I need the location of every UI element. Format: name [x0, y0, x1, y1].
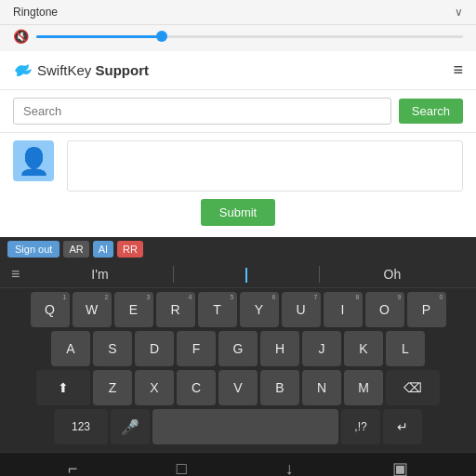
volume-slider[interactable] — [36, 35, 463, 38]
search-input[interactable] — [13, 98, 391, 125]
key-row-3: ⬆ Z X C V B N M ⌫ — [2, 370, 474, 405]
suggestion-bar: Sign out AR AI RR — [0, 237, 476, 261]
key-A[interactable]: A — [51, 331, 90, 366]
key-O[interactable]: 9O — [365, 292, 404, 327]
key-Y[interactable]: 6Y — [240, 292, 279, 327]
mute-icon: 🔇 — [13, 29, 29, 44]
key-X[interactable]: X — [135, 370, 174, 405]
key-G[interactable]: G — [218, 331, 258, 366]
shift-key[interactable]: ⬆ — [36, 370, 90, 405]
word-suggestion-center — [173, 266, 320, 282]
keyboard-menu-icon[interactable]: ≡ — [11, 266, 20, 283]
key-F[interactable]: F — [177, 331, 216, 366]
hamburger-menu-icon[interactable]: ≡ — [453, 60, 463, 80]
key-S[interactable]: S — [93, 331, 132, 366]
home-nav-button[interactable]: □ — [177, 459, 187, 477]
key-U[interactable]: 7U — [282, 292, 321, 327]
key-C[interactable]: C — [177, 370, 216, 405]
swiftkey-header: SwiftKey Support ≡ — [0, 51, 476, 90]
key-Z[interactable]: Z — [93, 370, 132, 405]
key-L[interactable]: L — [386, 331, 425, 366]
chevron-down-icon[interactable]: ∨ — [455, 6, 463, 19]
key-P[interactable]: 0P — [407, 292, 446, 327]
key-I[interactable]: 8I — [324, 292, 363, 327]
swiftkey-logo: SwiftKey Support — [13, 62, 149, 79]
recent-nav-button[interactable]: ▣ — [392, 458, 408, 476]
key-Q[interactable]: 1Q — [31, 292, 70, 327]
key-R[interactable]: 4R — [156, 292, 195, 327]
volume-row: 🔇 — [0, 25, 476, 51]
key-H[interactable]: H — [260, 331, 299, 366]
word-suggestion-left[interactable]: I'm — [27, 267, 172, 282]
chip-ar[interactable]: AR — [63, 241, 88, 258]
search-button[interactable]: Search — [399, 99, 463, 124]
key-W[interactable]: 2W — [73, 292, 112, 327]
num-key[interactable]: 123 — [54, 409, 108, 444]
key-T[interactable]: 5T — [198, 292, 237, 327]
key-row-4: 123 🎤 ,!? ↵ — [2, 409, 474, 444]
chip-ai[interactable]: AI — [93, 241, 113, 258]
volume-fill — [36, 35, 165, 38]
key-N[interactable]: N — [302, 370, 341, 405]
main-content: 👤 — [0, 133, 476, 199]
person-icon: 👤 — [18, 146, 50, 177]
key-E[interactable]: 3E — [114, 292, 153, 327]
sign-out-button[interactable]: Sign out — [7, 241, 60, 258]
period-key[interactable]: ,!? — [341, 409, 380, 444]
chip-rr[interactable]: RR — [117, 241, 143, 258]
delete-key[interactable]: ⌫ — [386, 370, 440, 405]
key-V[interactable]: V — [218, 370, 258, 405]
key-B[interactable]: B — [260, 370, 299, 405]
text-area-box[interactable] — [67, 140, 463, 192]
keyboard-area: Sign out AR AI RR ≡ I'm Oh 1Q 2W 3E 4R 5… — [0, 237, 476, 452]
volume-thumb — [156, 31, 167, 42]
ringtone-bar: Ringtone ∨ — [0, 0, 476, 25]
key-K[interactable]: K — [344, 331, 383, 366]
enter-key[interactable]: ↵ — [383, 409, 422, 444]
mic-key[interactable]: 🎤 — [111, 409, 150, 444]
word-suggestion-right[interactable]: Oh — [320, 267, 465, 282]
key-row-1: 1Q 2W 3E 4R 5T 6Y 7U 8I 9O 0P — [2, 292, 474, 327]
word-prediction-row: ≡ I'm Oh — [0, 261, 476, 288]
back-nav-button[interactable]: ⌐ — [68, 459, 78, 477]
bottom-nav: ⌐ □ ↓ ▣ — [0, 452, 476, 476]
search-bar: Search — [0, 90, 476, 133]
ringtone-label: Ringtone — [13, 6, 447, 19]
key-J[interactable]: J — [302, 331, 341, 366]
key-M[interactable]: M — [344, 370, 383, 405]
cursor-bar — [245, 268, 247, 283]
keyboard: 1Q 2W 3E 4R 5T 6Y 7U 8I 9O 0P A S D F G … — [0, 288, 476, 452]
key-D[interactable]: D — [135, 331, 174, 366]
submit-button[interactable]: Submit — [201, 199, 275, 226]
avatar: 👤 — [13, 140, 54, 181]
key-row-2: A S D F G H J K L — [2, 331, 474, 366]
down-nav-button[interactable]: ↓ — [285, 459, 294, 477]
space-key[interactable] — [152, 409, 338, 444]
swiftkey-title: SwiftKey Support — [37, 62, 149, 78]
swiftkey-bird-icon — [13, 62, 33, 79]
